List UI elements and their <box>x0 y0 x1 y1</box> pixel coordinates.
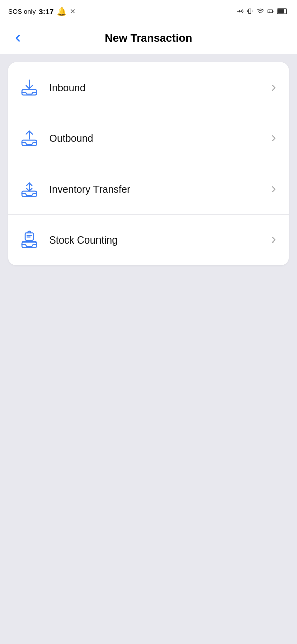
inventory-transfer-icon <box>18 178 40 200</box>
wifi-icon <box>256 7 265 15</box>
outbound-chevron-icon <box>269 133 279 143</box>
header: New Transaction <box>0 22 297 54</box>
outbound-label: Outbound <box>49 133 269 144</box>
svg-point-2 <box>270 12 270 13</box>
outbound-menu-item[interactable]: Outbound <box>8 113 289 164</box>
back-chevron-icon <box>12 33 23 44</box>
inventory-transfer-chevron-icon <box>269 184 279 194</box>
stock-counting-menu-item[interactable]: Stock Counting <box>8 215 289 265</box>
x-circle-icon: ✕ <box>70 7 76 15</box>
inbound-menu-item[interactable]: Inbound <box>8 62 289 113</box>
nfc-icon <box>236 7 244 15</box>
sos-label: SOS only <box>8 8 36 15</box>
vibrate-icon <box>246 7 253 15</box>
status-bar: SOS only 3:17 🔔 ✕ <box>0 0 297 22</box>
inventory-transfer-label: Inventory Transfer <box>49 184 269 195</box>
svg-rect-4 <box>278 9 284 13</box>
stock-counting-label: Stock Counting <box>49 234 269 246</box>
inbound-icon <box>18 76 40 99</box>
inventory-transfer-menu-item[interactable]: Inventory Transfer <box>8 164 289 215</box>
battery-alert-icon <box>267 7 274 15</box>
back-button[interactable] <box>8 29 27 48</box>
menu-card: Inbound Outbound <box>8 62 289 265</box>
stock-counting-icon <box>18 229 40 251</box>
bottom-area <box>0 392 297 644</box>
inbound-label: Inbound <box>49 82 269 94</box>
page-title: New Transaction <box>105 32 192 45</box>
outbound-icon <box>18 127 40 149</box>
status-left: SOS only 3:17 🔔 ✕ <box>8 7 76 16</box>
bell-icon: 🔔 <box>57 7 67 16</box>
stock-counting-chevron-icon <box>269 235 279 245</box>
svg-rect-0 <box>249 9 251 13</box>
main-content: Inbound Outbound <box>0 54 297 392</box>
battery-icon <box>277 7 289 15</box>
status-right <box>236 7 289 15</box>
inbound-chevron-icon <box>269 83 279 93</box>
status-time: 3:17 <box>39 7 54 16</box>
